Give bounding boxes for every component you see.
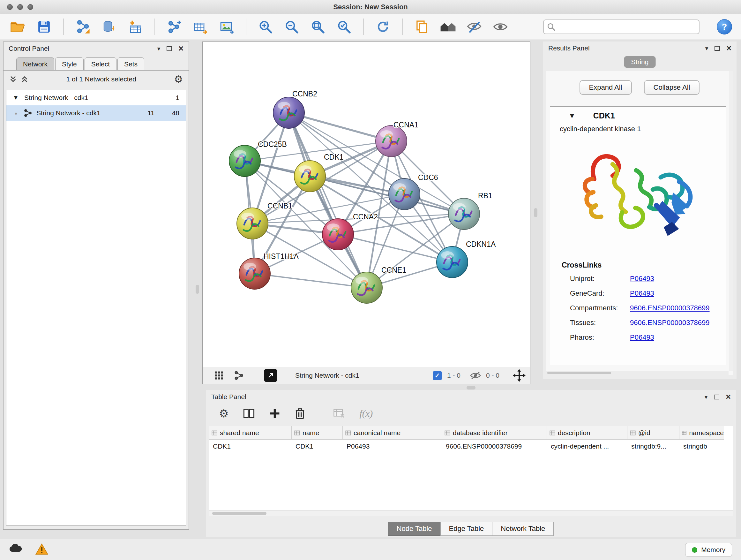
close-panel-icon[interactable]: ×	[179, 44, 184, 53]
refresh-network-button[interactable]	[374, 18, 392, 36]
export-network-button[interactable]	[165, 18, 183, 36]
table-row[interactable]: CDK1 CDK1 P06493 9606.ENSP00000378699 cy…	[209, 440, 733, 453]
crosslink-link[interactable]: P06493	[630, 289, 654, 298]
help-button[interactable]: ?	[717, 19, 732, 35]
collapse-all-button[interactable]: Collapse All	[644, 80, 700, 95]
network-edge[interactable]	[255, 273, 367, 288]
search-input[interactable]	[543, 19, 699, 34]
table-cell[interactable]: stringdb	[679, 440, 724, 453]
show-all-button[interactable]	[491, 18, 509, 36]
network-node-ccnb2[interactable]: CCNB2	[273, 90, 317, 128]
expand-all-icon[interactable]	[21, 75, 28, 83]
warning-icon[interactable]	[35, 543, 49, 557]
column-header[interactable]: database identifier	[442, 426, 547, 440]
zoom-selected-button[interactable]	[335, 18, 353, 36]
hidden-eye-slash-icon[interactable]	[470, 371, 481, 380]
column-header[interactable]: name	[292, 426, 343, 440]
network-node-hist1h1a[interactable]: HIST1H1A	[239, 252, 299, 289]
window-title: Session: New Session	[0, 0, 741, 14]
network-overview-icon[interactable]	[234, 371, 244, 380]
zoom-in-button[interactable]	[257, 18, 274, 36]
import-network-file-button[interactable]	[74, 18, 92, 36]
tab-network[interactable]: Network	[16, 57, 54, 70]
crosslink-link[interactable]: 9606.ENSP00000378699	[630, 304, 710, 312]
collapse-panel-icon[interactable]: ▾	[157, 46, 160, 52]
column-header[interactable]: canonical name	[343, 426, 442, 440]
network-node-cdkn1a[interactable]: CDKN1A	[436, 240, 496, 278]
detach-view-button[interactable]	[264, 369, 277, 382]
tab-edge-table[interactable]: Edge Table	[441, 522, 493, 536]
table-cell[interactable]: CDK1	[292, 440, 343, 453]
results-horizontal-scrollbar[interactable]	[546, 371, 729, 375]
export-image-icon	[219, 20, 233, 34]
open-session-button[interactable]	[9, 18, 27, 36]
export-image-button[interactable]	[218, 18, 235, 36]
table-cell[interactable]: 9606.ENSP00000378699	[442, 440, 547, 453]
crosslink-link[interactable]: P06493	[630, 274, 654, 283]
table-cell[interactable]: P06493	[343, 440, 442, 453]
network-edge[interactable]	[289, 113, 367, 288]
crosslink-link[interactable]: P06493	[630, 333, 654, 341]
float-panel-icon[interactable]	[714, 395, 719, 399]
network-options-gear-icon[interactable]: ⚙	[174, 74, 183, 84]
birdseye-grid-icon[interactable]	[214, 371, 224, 380]
zoom-fit-button[interactable]	[309, 18, 327, 36]
save-session-button[interactable]	[35, 18, 53, 36]
table-options-gear-icon[interactable]: ⚙	[219, 408, 228, 419]
crosslink-link[interactable]: 9606.ENSP00000378699	[630, 319, 710, 327]
tab-network-table[interactable]: Network Table	[492, 522, 554, 536]
network-collection-row[interactable]: ▼ String Network - cdk1 1	[6, 90, 186, 105]
collapse-all-icon[interactable]	[9, 75, 17, 83]
close-panel-icon[interactable]: ×	[726, 44, 731, 53]
add-column-icon[interactable]	[269, 408, 280, 419]
pan-mode-icon[interactable]	[513, 369, 526, 382]
bottom-splitter-handle[interactable]	[467, 386, 475, 389]
hide-selected-button[interactable]	[465, 18, 483, 36]
first-neighbors-button[interactable]	[439, 18, 457, 36]
left-splitter-handle[interactable]	[196, 285, 199, 294]
network-node-cdk1[interactable]: CDK1	[294, 153, 343, 192]
table-cell[interactable]: cyclin-dependent ...	[547, 440, 627, 453]
float-panel-icon[interactable]	[715, 46, 720, 51]
table-cell[interactable]: CDK1	[209, 440, 292, 453]
column-header[interactable]: shared name	[209, 426, 292, 440]
delete-column-trash-icon[interactable]	[295, 408, 305, 419]
import-table-file-button[interactable]	[126, 18, 144, 36]
zoom-out-button[interactable]	[283, 18, 300, 36]
column-header[interactable]: description	[547, 426, 627, 440]
network-canvas[interactable]: CCNB2CCNA1CDC25BCDK1CDC6RB1CCNB1CCNA2CDK…	[203, 42, 530, 367]
toolbar-separator	[402, 18, 403, 35]
collapse-panel-icon[interactable]: ▾	[705, 45, 709, 51]
table-panel: Table Panel ▾ × ⚙ f(x) shared name name …	[206, 390, 736, 537]
network-node-cdc6[interactable]: CDC6	[389, 173, 438, 210]
clone-network-button[interactable]	[413, 18, 431, 36]
import-network-database-button[interactable]	[100, 18, 118, 36]
expand-all-button[interactable]: Expand All	[580, 80, 632, 95]
tab-style[interactable]: Style	[55, 57, 84, 70]
export-table-button[interactable]	[192, 18, 209, 36]
table-horizontal-scrollbar[interactable]	[209, 510, 733, 516]
close-panel-icon[interactable]: ×	[726, 393, 731, 401]
zoom-out-icon	[285, 20, 299, 34]
collapse-panel-icon[interactable]: ▾	[704, 394, 708, 400]
tab-select[interactable]: Select	[84, 57, 117, 70]
selected-checkbox-icon[interactable]: ✓	[433, 371, 442, 380]
column-header[interactable]: @id	[627, 426, 679, 440]
tab-node-table[interactable]: Node Table	[388, 522, 441, 536]
memory-button[interactable]: Memory	[685, 543, 732, 557]
crosslink-row: Pharos: P06493	[550, 330, 726, 345]
column-header[interactable]: namespace	[679, 426, 724, 440]
network-node-rb1[interactable]: RB1	[448, 192, 492, 230]
network-node-ccna1[interactable]: CCNA1	[376, 121, 418, 157]
network-row-selected[interactable]: ● String Network - cdk1 11 48	[6, 105, 186, 121]
float-panel-icon[interactable]	[166, 46, 172, 51]
table-cell[interactable]: stringdb:9...	[627, 440, 679, 453]
tab-string[interactable]: String	[624, 56, 656, 68]
entry-collapse-icon[interactable]: ▼	[569, 112, 576, 120]
results-vertical-scrollbar[interactable]	[729, 71, 733, 371]
tree-expand-icon[interactable]: ▼	[13, 94, 20, 101]
show-columns-icon[interactable]	[243, 408, 255, 419]
cloud-status-icon[interactable]	[8, 543, 22, 554]
right-splitter-handle[interactable]	[534, 208, 537, 217]
tab-sets[interactable]: Sets	[118, 57, 144, 70]
